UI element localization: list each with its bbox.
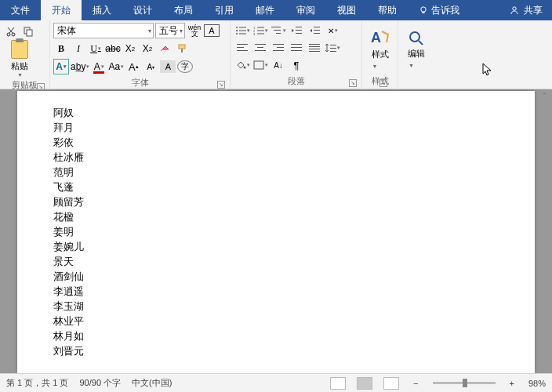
paste-button[interactable]: 粘贴 ▼: [5, 40, 34, 78]
svg-rect-41: [291, 50, 302, 51]
show-marks-button[interactable]: ¶: [288, 57, 305, 73]
paragraph-launcher[interactable]: ↘: [349, 79, 357, 87]
zoom-level[interactable]: 98%: [528, 379, 546, 388]
character-border-button[interactable]: A: [204, 24, 220, 37]
svg-rect-44: [309, 49, 320, 49]
document-line[interactable]: 李玉湖: [53, 299, 535, 314]
document-line[interactable]: 顾留芳: [53, 194, 535, 209]
document-line[interactable]: 范明: [53, 165, 535, 180]
strikethrough-button[interactable]: abc: [105, 41, 121, 56]
document-page[interactable]: 阿奴拜月彩依杜冰雁范明飞蓬顾留芳花楹姜明姜婉儿景天酒剑仙李逍遥李玉湖林业平林月如…: [17, 91, 535, 373]
align-distributed-icon: [309, 43, 320, 53]
tab-design[interactable]: 设计: [122, 0, 163, 20]
ribbon-tabs: 文件 开始 插入 设计 布局 引用 邮件 审阅 视图 帮助 告诉我 共享: [0, 0, 552, 20]
font-name-combo[interactable]: 宋体▾: [53, 23, 154, 38]
svg-point-0: [421, 7, 426, 12]
svg-rect-43: [309, 46, 320, 47]
styles-launcher[interactable]: ↘: [380, 79, 387, 87]
distributed-button[interactable]: [306, 40, 323, 56]
align-justify-button[interactable]: [288, 40, 305, 56]
document-line[interactable]: 阿奴: [53, 105, 535, 120]
font-size-combo[interactable]: 五号▾: [155, 23, 185, 38]
enclose-characters-button[interactable]: A: [160, 60, 176, 73]
tab-mailings[interactable]: 邮件: [245, 0, 285, 20]
superscript-button[interactable]: X2: [140, 41, 155, 56]
tab-tellme[interactable]: 告诉我: [408, 0, 470, 20]
editing-button[interactable]: 编辑▼: [408, 48, 425, 69]
italic-button[interactable]: I: [71, 41, 86, 56]
subscript-button[interactable]: X2: [122, 41, 138, 56]
bullets-button[interactable]: ▾: [234, 23, 251, 38]
zoom-out-button[interactable]: −: [410, 379, 421, 388]
format-painter-button[interactable]: [174, 41, 190, 56]
grow-font-button[interactable]: A▴: [125, 59, 141, 74]
borders-button[interactable]: ▾: [252, 57, 269, 73]
line-spacing-button[interactable]: ▾: [324, 40, 341, 56]
svg-point-13: [236, 33, 238, 34]
align-center-button[interactable]: [252, 40, 269, 56]
clear-formatting-button[interactable]: [157, 41, 172, 56]
share-button[interactable]: 共享: [524, 4, 543, 17]
tab-references[interactable]: 引用: [204, 0, 245, 20]
word-count[interactable]: 90/90 个字: [79, 377, 121, 389]
document-area: ˆ 阿奴拜月彩依杜冰雁范明飞蓬顾留芳花楹姜明姜婉儿景天酒剑仙李逍遥李玉湖林业平林…: [0, 89, 552, 373]
tab-insert[interactable]: 插入: [82, 0, 122, 20]
web-layout-button[interactable]: [383, 377, 399, 390]
shrink-font-button[interactable]: A▾: [143, 59, 158, 74]
cut-button[interactable]: [3, 24, 19, 39]
collapse-ribbon-button[interactable]: ˆ: [543, 93, 546, 101]
multilevel-list-button[interactable]: ▾: [270, 23, 287, 38]
svg-rect-42: [309, 44, 320, 45]
highlight-button[interactable]: aby▾: [71, 59, 89, 74]
document-line[interactable]: 林月如: [53, 328, 535, 343]
text-effects-button[interactable]: A▾: [53, 59, 69, 74]
align-left-button[interactable]: [234, 40, 251, 56]
borders-icon: [253, 60, 264, 70]
document-line[interactable]: 花楹: [53, 209, 535, 224]
read-mode-button[interactable]: [330, 377, 346, 390]
indent-icon: [309, 26, 320, 35]
svg-rect-27: [314, 27, 320, 27]
align-right-button[interactable]: [270, 40, 287, 56]
zoom-slider[interactable]: [433, 382, 496, 384]
decrease-indent-button[interactable]: [288, 23, 305, 38]
document-line[interactable]: 姜明: [53, 224, 535, 239]
tab-help[interactable]: 帮助: [367, 0, 408, 20]
asian-layout-button[interactable]: ✕▾: [324, 23, 341, 38]
document-line[interactable]: 景天: [53, 254, 535, 269]
copy-button[interactable]: [20, 24, 36, 39]
numbering-button[interactable]: 123▾: [252, 23, 269, 38]
bold-button[interactable]: B: [53, 41, 69, 56]
print-layout-button[interactable]: [357, 377, 372, 390]
character-shading-button[interactable]: 字: [177, 60, 193, 73]
tab-review[interactable]: 审阅: [285, 0, 326, 20]
font-launcher[interactable]: ↘: [217, 81, 225, 89]
document-line[interactable]: 彩依: [53, 135, 535, 150]
styles-button[interactable]: 样式▼: [372, 49, 389, 70]
language-status[interactable]: 中文(中国): [132, 377, 172, 389]
increase-indent-button[interactable]: [306, 23, 323, 38]
document-line[interactable]: 酒剑仙: [53, 269, 535, 284]
tab-layout[interactable]: 布局: [163, 0, 204, 20]
tab-view[interactable]: 视图: [326, 0, 367, 20]
sort-button[interactable]: A↓: [270, 57, 287, 73]
tab-home[interactable]: 开始: [41, 0, 82, 20]
document-line[interactable]: 林业平: [53, 314, 535, 328]
zoom-in-button[interactable]: +: [507, 379, 518, 388]
change-case-button[interactable]: Aa▾: [108, 59, 124, 74]
svg-rect-16: [257, 27, 264, 28]
document-line[interactable]: 飞蓬: [53, 180, 535, 194]
document-line[interactable]: 杜冰雁: [53, 150, 535, 165]
tab-file[interactable]: 文件: [0, 0, 41, 20]
document-line[interactable]: 刘晋元: [53, 343, 535, 358]
phonetic-guide-button[interactable]: wén文: [187, 23, 202, 38]
document-line[interactable]: 姜婉儿: [53, 239, 535, 254]
font-color-button[interactable]: A▾: [91, 59, 107, 74]
underline-button[interactable]: U▾: [88, 41, 104, 56]
shading-button[interactable]: ▾: [234, 57, 251, 73]
svg-rect-38: [273, 50, 284, 51]
page-count[interactable]: 第 1 页，共 1 页: [6, 377, 68, 389]
document-line[interactable]: 李逍遥: [53, 284, 535, 299]
paint-bucket-icon: [235, 60, 246, 70]
document-line[interactable]: 拜月: [53, 120, 535, 135]
